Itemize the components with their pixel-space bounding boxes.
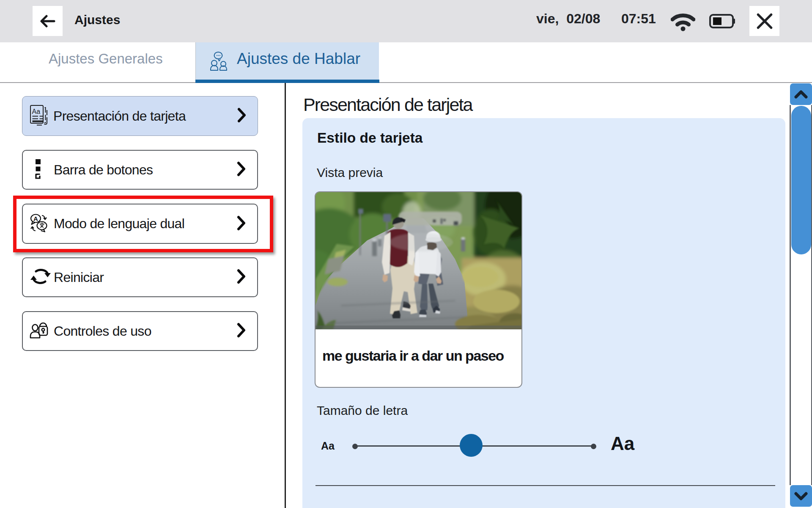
svg-text:Aa: Aa: [32, 108, 41, 115]
